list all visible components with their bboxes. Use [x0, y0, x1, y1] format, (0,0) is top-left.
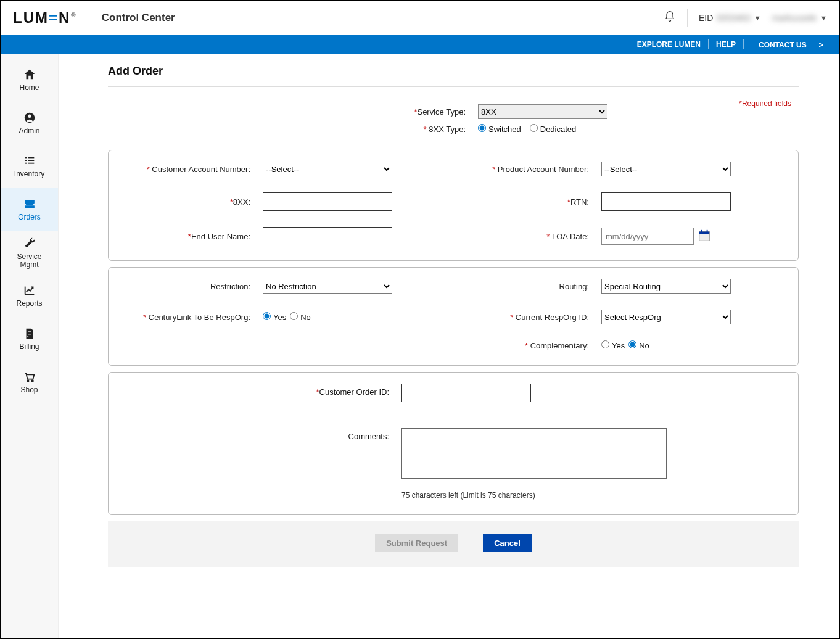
label-text: Product Account Number:: [498, 165, 589, 174]
sidebar-item-label: Home: [19, 84, 39, 92]
complementary-no-label[interactable]: No: [628, 340, 649, 350]
svg-point-1: [28, 115, 31, 118]
product-account-label: * Product Account Number:: [459, 165, 601, 174]
svg-rect-17: [707, 229, 708, 233]
svg-rect-7: [28, 163, 34, 164]
svg-rect-4: [25, 160, 27, 162]
resporg-label: * CenturyLink To Be RespOrg:: [121, 313, 263, 322]
radio-text: Yes: [273, 313, 286, 322]
panel-order-id: *Customer Order ID: Comments: 75 charact…: [108, 372, 799, 515]
svg-rect-5: [28, 160, 34, 162]
service-type-select[interactable]: 8XX: [478, 104, 607, 119]
switched-radio[interactable]: [478, 124, 486, 132]
complementary-yes-radio[interactable]: [601, 340, 609, 348]
radio-text: Dedicated: [540, 125, 577, 134]
footer-bar: Submit Request Cancel: [108, 521, 799, 567]
username: markuusele: [772, 13, 817, 23]
label-text: Customer Order ID:: [319, 387, 389, 397]
sidebar-item-home[interactable]: Home: [1, 59, 58, 102]
resporg-no-radio[interactable]: [290, 312, 298, 320]
char-count-hint: 75 characters left (Limit is 75 characte…: [401, 491, 786, 500]
sidebar-item-inventory[interactable]: Inventory: [1, 145, 58, 188]
complementary-yes-label[interactable]: Yes: [601, 340, 625, 350]
cancel-button[interactable]: Cancel: [483, 534, 532, 552]
sidebar-item-reports[interactable]: Reports: [1, 274, 58, 318]
divider: [108, 86, 799, 87]
rtn-label: *RTN:: [459, 197, 601, 207]
product-account-select[interactable]: --Select--: [601, 162, 731, 176]
svg-rect-10: [28, 334, 31, 334]
app-title: Control Center: [102, 12, 175, 24]
sidebar-item-orders[interactable]: Orders: [1, 188, 58, 231]
sidebar-item-service-mgmt[interactable]: Service Mgmt: [1, 231, 58, 274]
switched-radio-label[interactable]: Switched: [478, 124, 521, 134]
label-text: LOA Date:: [552, 232, 589, 241]
sidebar-item-label: Service Mgmt: [17, 253, 41, 269]
dedicated-radio[interactable]: [530, 124, 538, 132]
radio-text: Yes: [612, 341, 625, 350]
dedicated-radio-label[interactable]: Dedicated: [530, 124, 577, 134]
loa-date-input[interactable]: [601, 228, 694, 245]
restriction-label: Restriction:: [121, 282, 263, 291]
required-fields-note: Required fields: [739, 99, 791, 108]
svg-point-13: [31, 380, 33, 382]
svg-rect-9: [28, 332, 31, 332]
end-user-name-label: *End User Name:: [121, 232, 263, 241]
label-text: Current RespOrg ID:: [516, 313, 589, 322]
complementary-no-radio[interactable]: [628, 340, 636, 348]
current-resporg-select[interactable]: Select RespOrg: [601, 310, 731, 324]
sidebar-item-shop[interactable]: Shop: [1, 361, 58, 404]
subnav: EXPLORE LUMEN HELP CONTACT US >: [1, 35, 839, 54]
label-text: RTN:: [570, 197, 589, 207]
radio-text: No: [300, 313, 311, 322]
notifications-icon[interactable]: [664, 10, 676, 25]
label-text: End User Name:: [191, 232, 250, 241]
svg-point-12: [27, 380, 28, 382]
routing-select[interactable]: Special Routing: [601, 279, 731, 294]
customer-account-select[interactable]: --Select--: [263, 162, 392, 176]
sidebar-item-label: Shop: [20, 386, 38, 394]
rtn-input[interactable]: [601, 192, 731, 211]
service-type-label: *Service Type:: [108, 107, 478, 117]
sidebar-item-admin[interactable]: Admin: [1, 102, 58, 145]
eid-label: EID: [699, 13, 713, 23]
label-text: 8XX:: [233, 197, 250, 207]
panel-routing: Restriction: No Restriction Routing: Spe…: [108, 267, 799, 366]
resporg-yes-label[interactable]: Yes: [263, 312, 286, 322]
svg-rect-3: [28, 157, 34, 159]
sidebar-item-label: Billing: [19, 343, 39, 351]
explore-lumen-link[interactable]: EXPLORE LUMEN: [630, 40, 708, 49]
svg-rect-2: [25, 157, 27, 159]
eid-value: 0053463: [717, 13, 751, 23]
loa-date-label: * LOA Date:: [459, 232, 601, 241]
label-text: Service Type:: [417, 107, 466, 117]
radio-text: No: [639, 341, 649, 350]
calendar-icon[interactable]: [698, 229, 711, 244]
contact-us-link[interactable]: CONTACT US >: [744, 40, 831, 49]
page-title: Add Order: [108, 65, 799, 78]
customer-account-label: * Customer Account Number:: [121, 165, 263, 174]
comments-textarea[interactable]: [401, 428, 667, 479]
resporg-yes-radio[interactable]: [263, 312, 271, 320]
label-text: Complementary:: [530, 341, 589, 350]
help-link[interactable]: HELP: [709, 40, 743, 49]
top-form: Required fields *Service Type: 8XX * 8XX…: [108, 94, 799, 150]
sidebar-item-billing[interactable]: Billing: [1, 318, 58, 361]
resporg-no-label[interactable]: No: [290, 312, 311, 322]
user-dropdown[interactable]: markuusele ▼: [772, 13, 827, 23]
svg-rect-8: [25, 206, 34, 208]
sidebar-item-label: Orders: [18, 213, 41, 221]
end-user-name-input[interactable]: [263, 227, 392, 245]
chevron-down-icon: ▼: [754, 14, 761, 22]
eid-dropdown[interactable]: EID 0053463 ▼: [699, 13, 761, 23]
routing-label: Routing:: [459, 282, 601, 291]
sidebar: Home Admin Inventory Orders Service Mgmt…: [1, 54, 59, 638]
logo: LUM=N®: [13, 9, 77, 27]
comments-label: Comments:: [121, 428, 401, 441]
svg-rect-15: [699, 231, 710, 234]
restriction-select[interactable]: No Restriction: [263, 279, 392, 294]
8xx-input[interactable]: [263, 192, 392, 211]
sidebar-item-label: Inventory: [14, 170, 44, 178]
submit-request-button[interactable]: Submit Request: [375, 534, 458, 552]
customer-order-id-input[interactable]: [401, 384, 531, 402]
